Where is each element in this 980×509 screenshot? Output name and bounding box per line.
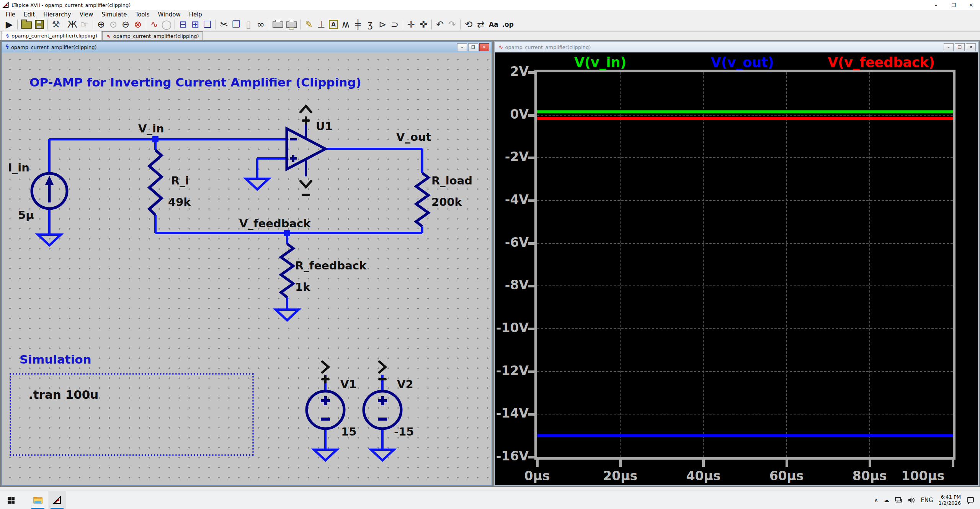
capacitor-icon[interactable]: ╪ [352, 19, 364, 30]
speaker-icon[interactable] [908, 497, 915, 504]
control-panel-icon[interactable]: ⚒ [50, 19, 62, 30]
net-label-icon[interactable]: A [329, 20, 338, 29]
start-button[interactable] [2, 491, 20, 509]
ground-icon[interactable]: ⊥ [315, 19, 327, 30]
resistor-icon[interactable]: ʍ [340, 19, 351, 30]
taskbar: ∧ ☁ ENG 6:41 PM 1/2/2026 [0, 491, 980, 509]
legend-V(v_out)[interactable]: V(v_out) [711, 55, 774, 70]
tray-chevron-up-icon[interactable]: ∧ [874, 497, 878, 504]
menu-item-file[interactable]: File [2, 10, 20, 18]
tab-waveform[interactable]: ∿ opamp_current_amplifier(clipping) [102, 31, 203, 40]
close-button[interactable]: ✕ [962, 0, 980, 10]
toolbar-separator [301, 20, 301, 29]
open-icon[interactable] [21, 21, 32, 29]
value-v2[interactable]: -15 [394, 425, 414, 438]
text-icon[interactable]: Aa [487, 19, 500, 30]
halt-icon[interactable]: ☞ [79, 19, 90, 30]
child-minimize-button[interactable]: – [457, 43, 467, 51]
copy-icon[interactable]: ❐ [230, 19, 242, 30]
child-restore-button[interactable]: ❐ [955, 43, 965, 51]
print-preview-icon[interactable] [286, 21, 297, 28]
menu-item-hierarchy[interactable]: Hierarchy [39, 10, 75, 18]
print-icon[interactable] [273, 21, 283, 28]
value-v1[interactable]: 15 [341, 425, 356, 438]
tab-schematic[interactable]: ϟ opamp_current_amplifier(clipping) [2, 31, 101, 40]
legend-V(v_in)[interactable]: V(v_in) [574, 55, 626, 70]
run-simulation-icon[interactable]: Ж [67, 19, 78, 30]
menu-item-simulate[interactable]: Simulate [97, 10, 131, 18]
schematic-canvas[interactable]: OP-AMP for Inverting Current Amplifier (… [2, 52, 492, 485]
zoom-out-icon[interactable]: ⊖ [120, 19, 131, 30]
child-close-button[interactable]: ✕ [966, 43, 976, 51]
value-r-load[interactable]: 200k [431, 196, 462, 209]
cascade-windows-icon[interactable]: ❏ [202, 19, 213, 30]
spice-directive-icon[interactable]: .op [501, 19, 515, 30]
zoom-in-icon[interactable]: ⊕ [95, 19, 107, 30]
network-icon[interactable] [895, 497, 902, 504]
autorange-icon[interactable]: ∿ [149, 19, 160, 30]
tab-waveform-label: opamp_current_amplifier(clipping) [113, 33, 199, 39]
menu-item-window[interactable]: Window [154, 10, 185, 18]
wire-icon[interactable]: ✎ [303, 19, 315, 30]
net-label-v-feedback[interactable]: V_feedback [239, 217, 310, 230]
value-r-i[interactable]: 49k [168, 196, 191, 209]
taskbar-clock[interactable]: 6:41 PM 1/2/2026 [939, 494, 961, 506]
label-u1[interactable]: U1 [316, 120, 333, 133]
legend-V(v_feedback)[interactable]: V(v_feedback) [828, 55, 935, 70]
label-v2[interactable]: V2 [397, 378, 413, 391]
schematic-doc-icon: ϟ [5, 44, 9, 51]
mdi-area: ϟ opamp_current_amplifier(clipping) – ❐ … [0, 41, 980, 487]
inductor-icon[interactable]: ʒ [364, 19, 376, 30]
label-i-in[interactable]: I_in [8, 161, 29, 174]
label-v1[interactable]: V1 [340, 378, 357, 391]
label-r-feedback[interactable]: R_feedback [295, 259, 366, 272]
waveform-canvas[interactable]: 2V0V-2V-4V-6V-8V-10V-12V-14V-16V0µs20µs4… [495, 52, 978, 485]
menu-item-edit[interactable]: Edit [20, 10, 39, 18]
label-r-load[interactable]: R_load [431, 174, 472, 187]
taskbar-file-explorer[interactable] [29, 491, 47, 509]
restore-button[interactable]: ❐ [945, 0, 962, 10]
mirror-icon[interactable]: ⇄ [475, 19, 487, 30]
paste-icon[interactable]: ▯ [243, 19, 254, 30]
menu-item-tools[interactable]: Tools [131, 10, 154, 18]
drag-icon[interactable]: ✜ [418, 19, 429, 30]
net-label-v-in[interactable]: V_in [138, 122, 164, 135]
value-i-in[interactable]: 5µ [18, 209, 34, 222]
pan-icon[interactable]: ◯ [161, 19, 172, 30]
language-indicator[interactable]: ENG [921, 497, 933, 504]
menu-item-help[interactable]: Help [185, 10, 206, 18]
tile-horizontal-icon[interactable]: ⊟ [177, 19, 189, 30]
rotate-icon[interactable]: ⟲ [463, 19, 474, 30]
y-axis-label: -4V [495, 192, 529, 207]
value-r-feedback[interactable]: 1k [295, 281, 310, 294]
run-icon[interactable]: ▶ [3, 19, 15, 30]
tile-vertical-icon[interactable]: ⊞ [189, 19, 201, 30]
component-icon[interactable]: ⊃ [389, 19, 400, 30]
find-icon[interactable]: ∞ [255, 19, 266, 30]
waveform-window-titlebar[interactable]: ∿ opamp_current_amplifier(clipping) – ❐ … [495, 42, 978, 52]
cut-icon[interactable]: ✂ [218, 19, 230, 30]
redo-icon[interactable]: ↷ [446, 19, 458, 30]
schematic-window-titlebar[interactable]: ϟ opamp_current_amplifier(clipping) – ❐ … [2, 42, 492, 52]
diode-icon[interactable]: ⊳ [377, 19, 388, 30]
child-close-button[interactable]: ✕ [479, 43, 489, 51]
undo-icon[interactable]: ↶ [434, 19, 446, 30]
spice-directive[interactable]: .tran 100u [29, 388, 98, 401]
menu-item-view[interactable]: View [75, 10, 98, 18]
tab-bar: ϟ opamp_current_amplifier(clipping) ∿ op… [0, 31, 980, 41]
onedrive-cloud-icon[interactable]: ☁ [884, 497, 889, 504]
toolbar-separator [17, 20, 18, 29]
zoom-extents-icon[interactable]: ⊗ [132, 19, 144, 30]
taskbar-ltspice[interactable] [48, 491, 66, 509]
ltspice-logo-icon [2, 2, 9, 8]
action-center-icon[interactable] [966, 496, 975, 504]
net-label-v-out[interactable]: V_out [396, 131, 431, 144]
zoom-back-icon[interactable]: ⊙ [108, 19, 119, 30]
move-icon[interactable]: ✛ [405, 19, 417, 30]
save-icon[interactable] [35, 20, 44, 29]
minimize-button[interactable]: – [927, 0, 945, 10]
label-r-i[interactable]: R_i [171, 174, 189, 187]
child-minimize-button[interactable]: – [944, 43, 954, 51]
child-restore-button[interactable]: ❐ [468, 43, 478, 51]
x-axis-label: 40µs [673, 468, 734, 483]
